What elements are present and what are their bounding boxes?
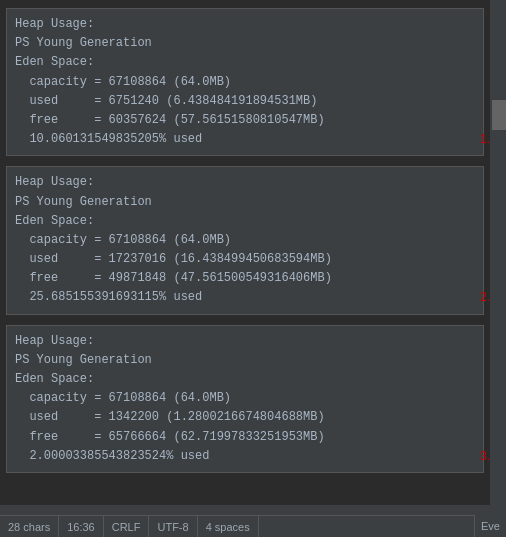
line: free = 65766664 (62.71997833251953MB)	[15, 428, 475, 447]
heap-block-1: Heap Usage: PS Young Generation Eden Spa…	[6, 8, 484, 156]
encoding[interactable]: UTF-8	[149, 516, 197, 537]
line: Eden Space:	[15, 212, 475, 231]
line: PS Young Generation	[15, 193, 475, 212]
line: used = 6751240 (6.438484191894531MB)	[15, 92, 475, 111]
eve-button[interactable]: Eve	[474, 515, 506, 537]
line: 10.060131549835205% used	[15, 130, 475, 149]
block-number-1: 1...	[480, 130, 490, 149]
line: capacity = 67108864 (64.0MB)	[15, 389, 475, 408]
line: capacity = 67108864 (64.0MB)	[15, 231, 475, 250]
line: used = 1342200 (1.2800216674804688MB)	[15, 408, 475, 427]
heap-block-2: Heap Usage: PS Young Generation Eden Spa…	[6, 166, 484, 314]
char-count: 28 chars	[0, 516, 59, 537]
line: Heap Usage:	[15, 15, 475, 34]
scrollbar-thumb[interactable]	[492, 100, 506, 130]
line-ending[interactable]: CRLF	[104, 516, 150, 537]
heap-block-3: Heap Usage: PS Young Generation Eden Spa…	[6, 325, 484, 473]
line: 25.685155391693115% used	[15, 288, 475, 307]
line: free = 60357624 (57.56151580810547MB)	[15, 111, 475, 130]
line: PS Young Generation	[15, 34, 475, 53]
line: PS Young Generation	[15, 351, 475, 370]
indent-mode[interactable]: 4 spaces	[198, 516, 259, 537]
line: used = 17237016 (16.438499450683594MB)	[15, 250, 475, 269]
block-number-3: 3...	[480, 447, 490, 466]
status-bar: 28 chars 16:36 CRLF UTF-8 4 spaces Eve	[0, 515, 506, 537]
scrollbar[interactable]	[492, 0, 506, 505]
line: 2.00003385543823524% used	[15, 447, 475, 466]
line: Eden Space:	[15, 53, 475, 72]
line: free = 49871848 (47.561500549316406MB)	[15, 269, 475, 288]
line: Heap Usage:	[15, 173, 475, 192]
block-number-2: 2...	[480, 288, 490, 307]
editor-area: Heap Usage: PS Young Generation Eden Spa…	[0, 0, 490, 505]
line: Eden Space:	[15, 370, 475, 389]
line: capacity = 67108864 (64.0MB)	[15, 73, 475, 92]
cursor-position: 16:36	[59, 516, 104, 537]
line: Heap Usage:	[15, 332, 475, 351]
